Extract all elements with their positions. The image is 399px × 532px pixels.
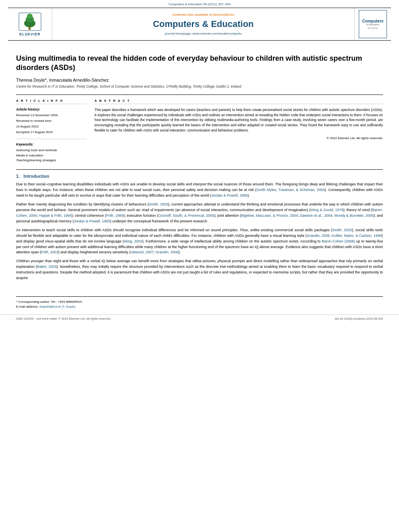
section-1-number: 1. [16, 174, 20, 179]
authors-line: Theresa Doyle*, Inmaculada Arnedillo-Sán… [16, 78, 383, 82]
ref-jordan-powell-1995[interactable]: Jordan & Powell, 1995 [212, 193, 248, 197]
article-info-column: A R T I C L E I N F O Article history: R… [16, 99, 86, 163]
copyright-line: © 2010 Elsevier Ltd. All rights reserved… [95, 136, 383, 140]
intro-paragraph-4: Children younger than eight and those wi… [16, 259, 383, 281]
keyword-1: Authoring tools and methods [16, 148, 86, 153]
ref-ozonoff[interactable]: Ozonoff, South, & Provencal, 2005 [158, 214, 214, 218]
journal-title-header: Computers & Education [153, 19, 254, 29]
ce-logo-container: Computers & Education 56 (2011) [355, 8, 391, 40]
article-title: Using multimedia to reveal the hidden co… [16, 54, 383, 73]
corresponding-author-note: * Corresponding author. Tel.: +353 86806… [16, 300, 383, 304]
ref-grandin-2006b[interactable]: Grandin, 2006 [156, 250, 179, 254]
ce-box-subtitle: & Education [366, 23, 379, 26]
info-abstract-section: A R T I C L E I N F O Article history: R… [16, 94, 383, 163]
ref-baker-2003[interactable]: Baker, 2003 [37, 265, 56, 269]
main-content: Using multimedia to reveal the hidden co… [0, 41, 399, 292]
ref-mundy[interactable]: Mundy & Burnette, 2005 [334, 214, 374, 218]
article-info-label: A R T I C L E I N F O [16, 99, 86, 104]
ref-kuttler[interactable]: Kuttler, Myles, & Carlson, 1998 [332, 234, 382, 238]
keywords-section: Keywords: Authoring tools and methods Me… [16, 142, 86, 163]
elsevier-logo: ELSEVIER [17, 12, 43, 36]
email-label: E-mail address: [16, 305, 39, 308]
elsevier-tree-icon [17, 12, 43, 31]
keyword-3: Teaching/learning strategies [16, 158, 86, 163]
keyword-2: Media in education [16, 153, 86, 158]
email-note: E-mail address: doyleth@tcd.ie (T. Doyle… [16, 305, 383, 308]
section-divider [16, 169, 383, 170]
ref-smith-myles[interactable]: Smith Myles, Trautman, & Schelvan, 2004 [256, 188, 325, 192]
homepage-label: journal homepage: [165, 32, 191, 35]
ref-wing-gould[interactable]: Wing & Gould, 1979 [311, 208, 343, 212]
ref-frith-1989[interactable]: Frith, 1989 [106, 214, 123, 218]
journal-homepage: journal homepage: www.elsevier.com/locat… [165, 32, 242, 35]
affiliation: Centre for Research in IT in Education, … [16, 84, 383, 88]
intro-paragraph-3: An intervention to teach social skills t… [16, 228, 383, 256]
ref-grandin-2006[interactable]: Grandin, 2006 [306, 234, 329, 238]
footer-left-text: 0360-1315/$ – see front matter © 2010 El… [16, 317, 111, 320]
introduction-section: 1. Introduction Due to their social–cogn… [16, 174, 383, 281]
ref-attwood[interactable]: Attwood, 2007 [130, 250, 154, 254]
svg-point-3 [27, 14, 33, 18]
ref-bigelow[interactable]: Bigelow, MacLean, & Proctor, 2004 [241, 214, 298, 218]
ce-box-title: Computers [362, 19, 384, 23]
ref-frith-2003[interactable]: Frith, 2003 [41, 250, 58, 254]
abstract-text: This paper describes a framework which w… [95, 107, 383, 133]
header-center: Contents lists available at ScienceDirec… [52, 8, 355, 40]
accepted-text: Accepted 17 August 2010 [16, 130, 86, 135]
ref-dawson[interactable]: Dawson et al., 2004 [300, 214, 332, 218]
revised-date-text: 14 August 2010 [16, 124, 86, 129]
footer-bottom: 0360-1315/$ – see front matter © 2010 El… [0, 314, 399, 322]
contents-available-text: Contents lists available at ScienceDirec… [173, 13, 234, 16]
ref-wing-2002[interactable]: Wing, 2002 [124, 239, 142, 243]
elsevier-logo-container: ELSEVIER [8, 8, 52, 40]
homepage-url[interactable]: www.elsevier.com/locate/compedu [193, 32, 242, 35]
revised-text: Received in revised form [16, 119, 86, 123]
article-history: Article history: Received 13 November 20… [16, 107, 86, 139]
ref-happe-frith[interactable]: Happé & Frith, 1994 [39, 214, 72, 218]
received-text: Received 13 November 2009 [16, 113, 86, 118]
abstract-label: A B S T R A C T [95, 99, 383, 104]
elsevier-text: ELSEVIER [19, 32, 41, 36]
ce-box-logo: Computers & Education 56 (2011) [359, 10, 387, 38]
ref-baron-cohen-2008[interactable]: Baron-Cohen (2008) [322, 239, 355, 243]
sciencedirect-link: Contents lists available at ScienceDirec… [173, 13, 234, 16]
journal-ref-text: Computers & Education 56 (2011) 357–369 [169, 2, 230, 6]
ref-smith-2003b[interactable]: Smith, 2003 [332, 228, 352, 232]
ce-box-extra: 56 (2011) [368, 27, 378, 29]
email-address[interactable]: doyleth@tcd.ie (T. Doyle). [39, 305, 76, 308]
authors-text: Theresa Doyle*, Inmaculada Arnedillo-Sán… [16, 78, 109, 82]
ref-jordan-powell-1995b[interactable]: Jordan & Powell, 1995 [74, 219, 110, 223]
abstract-column: A B S T R A C T This paper describes a f… [95, 99, 383, 163]
top-reference-line: Computers & Education 56 (2011) 357–369 [0, 0, 399, 8]
intro-paragraph-2: Rather than merely diagnosing the condit… [16, 202, 383, 224]
history-label: Article history: [16, 107, 86, 111]
section-1-heading: Introduction [23, 174, 49, 179]
intro-paragraph-1: Due to their social–cognitive learning d… [16, 182, 383, 199]
ref-smith-2003[interactable]: Smith, 2003 [149, 202, 168, 206]
journal-header: ELSEVIER Contents lists available at Sci… [8, 8, 391, 41]
keywords-label: Keywords: [16, 142, 86, 146]
footnotes-section: * Corresponding author. Tel.: +353 86806… [16, 296, 383, 308]
section-1-title: 1. Introduction [16, 174, 383, 179]
footer-doi: doi:10.1016/j.compedu.2010.08.016 [335, 317, 383, 320]
page-wrapper: Computers & Education 56 (2011) 357–369 [0, 0, 399, 532]
